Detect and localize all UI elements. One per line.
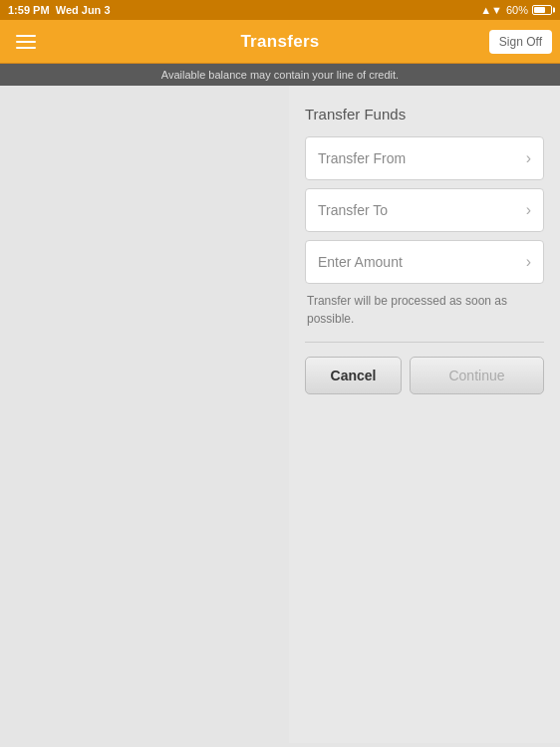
hamburger-icon [16, 35, 36, 37]
status-time: 1:59 PM Wed Jun 3 [8, 4, 111, 16]
notice-bar: Available balance may contain your line … [0, 64, 560, 86]
transfer-to-label: Transfer To [318, 202, 388, 218]
cancel-button[interactable]: Cancel [305, 357, 402, 394]
wifi-icon: ▲▼ [480, 4, 502, 16]
enter-amount-row[interactable]: Enter Amount › [305, 240, 544, 284]
helper-text: Transfer will be processed as soon as po… [305, 292, 544, 328]
divider [305, 342, 544, 343]
notice-text: Available balance may contain your line … [161, 69, 399, 81]
battery-percent: 60% [506, 4, 528, 16]
right-panel: Transfer Funds Transfer From › Transfer … [289, 86, 560, 743]
left-panel [0, 86, 289, 743]
main-content: Transfer Funds Transfer From › Transfer … [0, 86, 560, 743]
menu-button[interactable] [10, 29, 42, 55]
transfer-to-row[interactable]: Transfer To › [305, 188, 544, 232]
button-row: Cancel Continue [305, 357, 544, 394]
nav-bar: Transfers Sign Off [0, 20, 560, 64]
page-title: Transfers [240, 32, 319, 52]
battery-icon [532, 5, 552, 15]
section-title: Transfer Funds [305, 106, 544, 123]
hamburger-icon [16, 47, 36, 49]
sign-off-button[interactable]: Sign Off [489, 30, 552, 54]
transfer-from-row[interactable]: Transfer From › [305, 136, 544, 180]
status-bar: 1:59 PM Wed Jun 3 ▲▼ 60% [0, 0, 560, 20]
chevron-right-icon: › [526, 253, 531, 271]
chevron-right-icon: › [526, 149, 531, 167]
enter-amount-label: Enter Amount [318, 254, 403, 270]
chevron-right-icon: › [526, 201, 531, 219]
status-indicators: ▲▼ 60% [480, 4, 552, 16]
hamburger-icon [16, 41, 36, 43]
transfer-from-label: Transfer From [318, 150, 406, 166]
continue-button[interactable]: Continue [410, 357, 544, 394]
